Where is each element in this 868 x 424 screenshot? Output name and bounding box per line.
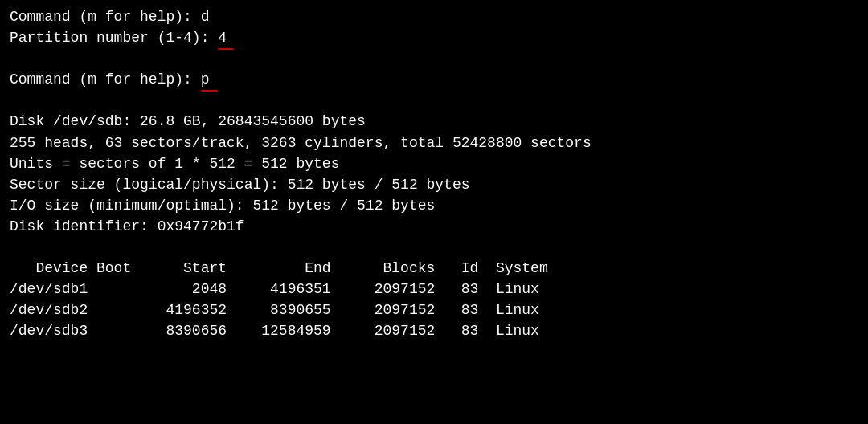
terminal-output: Command (m for help): d Partition number… (10, 6, 858, 342)
partition-number-line: Partition number (1-4): 4 (10, 27, 858, 48)
blank-line-3 (10, 237, 858, 258)
part-num-char: 4 (218, 27, 227, 48)
blank-line-2 (10, 90, 858, 111)
partition-row-sdb2: /dev/sdb2 4196352 8390655 2097152 83 Lin… (10, 300, 858, 320)
command-line-2: Command (m for help): p (10, 69, 858, 90)
cmd2-char: p (201, 69, 210, 90)
sector-size-line: Sector size (logical/physical): 512 byte… (10, 174, 858, 195)
units-line: Units = sectors of 1 * 512 = 512 bytes (10, 153, 858, 174)
disk-identifier-line: Disk identifier: 0x94772b1f (10, 216, 858, 237)
partition-row-sdb1: /dev/sdb1 2048 4196351 2097152 83 Linux (10, 279, 858, 300)
partition-row-sdb3: /dev/sdb3 8390656 12584959 2097152 83 Li… (10, 320, 858, 341)
partition-table-header: Device Boot Start End Blocks Id System (10, 258, 858, 279)
command-line-1: Command (m for help): d (10, 6, 858, 27)
disk-info-line: Disk /dev/sdb: 26.8 GB, 26843545600 byte… (10, 111, 858, 132)
blank-line-1 (10, 48, 858, 69)
io-size-line: I/O size (minimum/optimal): 512 bytes / … (10, 195, 858, 216)
partition-table: Device Boot Start End Blocks Id System /… (10, 258, 858, 341)
heads-line: 255 heads, 63 sectors/track, 3263 cylind… (10, 132, 858, 153)
